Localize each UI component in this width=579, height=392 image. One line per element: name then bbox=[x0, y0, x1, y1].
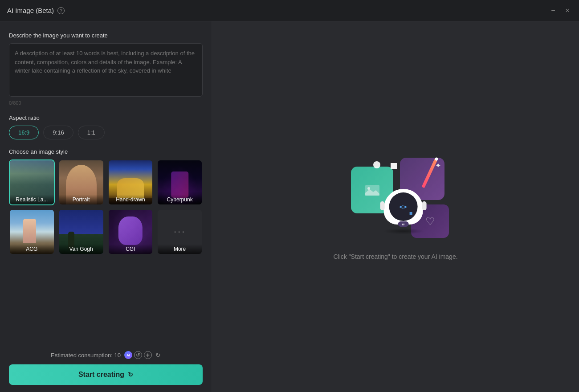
heart-icon: ♡ bbox=[425, 215, 435, 228]
close-button[interactable]: × bbox=[563, 6, 572, 15]
more-dots-icon: ··· bbox=[174, 226, 186, 237]
start-creating-icon: ↻ bbox=[128, 371, 133, 378]
style-card-more[interactable]: ··· More bbox=[157, 209, 203, 255]
description-label: Describe the image you want to create bbox=[9, 32, 203, 39]
style-card-label-realistic: Realistic La... bbox=[10, 195, 54, 204]
style-card-label-more: More bbox=[158, 244, 202, 254]
aspect-btn-16-9[interactable]: 16:9 bbox=[9, 126, 39, 139]
aspect-ratio-group: 16:9 9:16 1:1 bbox=[9, 126, 203, 139]
description-textarea[interactable] bbox=[9, 43, 203, 97]
robot-ear-left bbox=[380, 201, 385, 210]
white-dot-1 bbox=[391, 163, 397, 169]
consumption-text: Estimated consumption: 10 bbox=[51, 352, 121, 359]
style-card-van-gogh[interactable]: Van Gogh bbox=[58, 209, 104, 255]
token-icons: AI ↺ + bbox=[124, 351, 152, 359]
help-icon[interactable]: ? bbox=[57, 7, 65, 14]
app-title: AI Image (Beta) bbox=[7, 7, 54, 14]
token-ai-icon: AI bbox=[124, 351, 132, 359]
robot-logo: w bbox=[398, 221, 409, 227]
aspect-btn-1-1[interactable]: 1:1 bbox=[78, 126, 105, 139]
minimize-button[interactable]: − bbox=[549, 6, 558, 15]
robot-head: <> w bbox=[384, 189, 423, 225]
aspect-ratio-section: Aspect ratio 16:9 9:16 1:1 bbox=[9, 114, 203, 139]
style-label: Choose an image style bbox=[9, 148, 203, 155]
start-creating-label: Start creating bbox=[78, 371, 124, 379]
style-card-label-acg: ACG bbox=[10, 244, 54, 254]
ai-illustration: ✦ <> w bbox=[338, 153, 453, 242]
aspect-btn-9-16[interactable]: 9:16 bbox=[43, 126, 73, 139]
style-card-label-hand-drawn: Hand-drawn bbox=[109, 195, 153, 204]
start-creating-button[interactable]: Start creating ↻ bbox=[9, 364, 203, 385]
robot-dot bbox=[410, 212, 412, 215]
refresh-icon[interactable]: ↻ bbox=[155, 351, 161, 359]
token-plus-icon: + bbox=[144, 351, 152, 359]
robot-face-circle: <> bbox=[389, 192, 418, 221]
title-bar-right: − × bbox=[549, 6, 572, 15]
title-bar: AI Image (Beta) ? − × bbox=[0, 0, 579, 21]
main-layout: Describe the image you want to create 0/… bbox=[0, 21, 579, 392]
style-card-label-portrait: Portrait bbox=[59, 195, 103, 204]
style-card-cgi[interactable]: CGI bbox=[108, 209, 154, 255]
style-card-label-cyberpunk: Cyberpunk bbox=[158, 195, 202, 204]
robot-ear-right bbox=[422, 201, 427, 210]
right-caption: Click "Start creating" to create your AI… bbox=[333, 253, 457, 260]
bottom-bar: Estimated consumption: 10 AI ↺ + ↻ Start… bbox=[9, 346, 203, 385]
style-card-label-cgi: CGI bbox=[109, 244, 153, 254]
style-grid: Realistic La... Portrait Hand-drawn bbox=[9, 159, 203, 255]
white-circle-icon bbox=[373, 161, 380, 168]
token-c-icon: ↺ bbox=[134, 351, 142, 359]
style-section: Choose an image style Realistic La... Po… bbox=[9, 148, 203, 255]
style-card-portrait[interactable]: Portrait bbox=[58, 159, 104, 205]
style-card-acg[interactable]: ACG bbox=[9, 209, 55, 255]
right-panel: ✦ <> w bbox=[212, 21, 579, 392]
aspect-ratio-label: Aspect ratio bbox=[9, 114, 203, 121]
robot-eyes-icon: <> bbox=[400, 204, 407, 210]
description-section: Describe the image you want to create 0/… bbox=[9, 32, 203, 106]
title-bar-left: AI Image (Beta) ? bbox=[7, 7, 65, 14]
image-icon bbox=[363, 181, 381, 199]
robot-shadow bbox=[383, 228, 424, 234]
consumption-row: Estimated consumption: 10 AI ↺ + ↻ bbox=[9, 351, 203, 359]
style-card-hand-drawn[interactable]: Hand-drawn bbox=[108, 159, 154, 205]
char-count: 0/800 bbox=[9, 100, 203, 106]
left-panel: Describe the image you want to create 0/… bbox=[0, 21, 212, 392]
style-card-realistic[interactable]: Realistic La... bbox=[9, 159, 55, 205]
style-card-label-van-gogh: Van Gogh bbox=[59, 244, 103, 254]
style-card-cyberpunk[interactable]: Cyberpunk bbox=[157, 159, 203, 205]
